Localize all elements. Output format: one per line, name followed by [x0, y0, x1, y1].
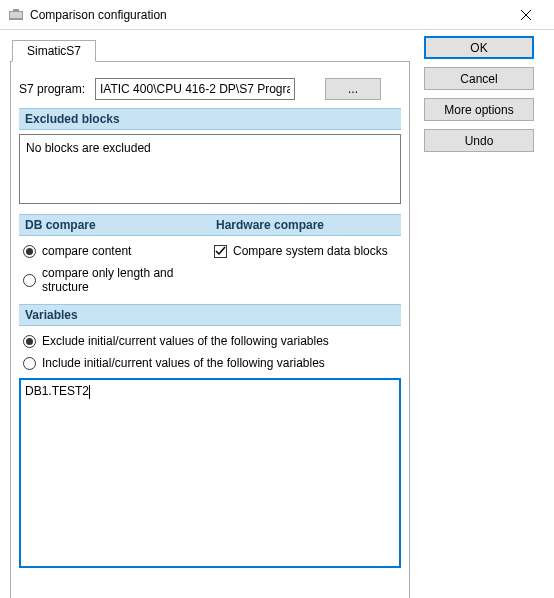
section-excluded-blocks: Excluded blocks [19, 108, 401, 130]
tab-simatics7[interactable]: SimaticS7 [12, 40, 96, 62]
check-label: Compare system data blocks [233, 244, 388, 258]
check-system-blocks[interactable]: Compare system data blocks [210, 240, 401, 262]
browse-button[interactable]: ... [325, 78, 381, 100]
close-button[interactable] [506, 1, 546, 29]
button-label: OK [470, 41, 487, 55]
undo-button[interactable]: Undo [424, 129, 534, 152]
program-input[interactable] [95, 78, 295, 100]
svg-rect-2 [13, 9, 19, 12]
radio-compare-length[interactable]: compare only length and structure [19, 262, 210, 298]
browse-label: ... [348, 82, 358, 96]
window-title: Comparison configuration [30, 8, 506, 22]
radio-label: compare only length and structure [42, 266, 206, 294]
radio-icon [23, 357, 36, 370]
button-label: Undo [465, 134, 494, 148]
button-label: More options [444, 103, 513, 117]
radio-compare-content[interactable]: compare content [19, 240, 210, 262]
radio-exclude-vars[interactable]: Exclude initial/current values of the fo… [19, 330, 401, 352]
ok-button[interactable]: OK [424, 36, 534, 59]
text-cursor [89, 385, 90, 399]
cancel-button[interactable]: Cancel [424, 67, 534, 90]
section-db-compare: DB compare [19, 214, 210, 236]
titlebar: Comparison configuration [0, 0, 554, 30]
tab-label: SimaticS7 [27, 44, 81, 58]
radio-include-vars[interactable]: Include initial/current values of the fo… [19, 352, 401, 374]
checkbox-icon [214, 245, 227, 258]
radio-label: Include initial/current values of the fo… [42, 356, 325, 370]
radio-label: compare content [42, 244, 131, 258]
svg-rect-1 [10, 12, 22, 18]
section-hw-compare: Hardware compare [210, 214, 401, 236]
section-variables: Variables [19, 304, 401, 326]
excluded-blocks-box[interactable]: No blocks are excluded [19, 134, 401, 204]
variables-textarea[interactable]: DB1.TEST2 [19, 378, 401, 568]
radio-icon [23, 335, 36, 348]
excluded-blocks-text: No blocks are excluded [26, 141, 151, 155]
app-icon [8, 7, 24, 23]
radio-icon [23, 245, 36, 258]
tab-page: S7 program: ... Excluded blocks No block… [10, 61, 410, 598]
program-label: S7 program: [19, 82, 89, 96]
variables-value: DB1.TEST2 [25, 384, 89, 398]
radio-label: Exclude initial/current values of the fo… [42, 334, 329, 348]
more-options-button[interactable]: More options [424, 98, 534, 121]
button-label: Cancel [460, 72, 497, 86]
radio-icon [23, 274, 36, 287]
